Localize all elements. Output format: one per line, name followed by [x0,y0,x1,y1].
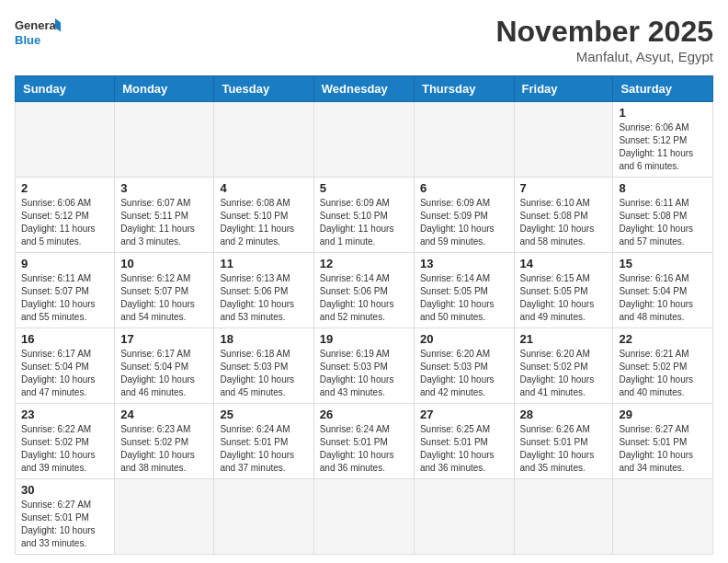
svg-text:Blue: Blue [15,33,40,47]
day-24: 24 Sunrise: 6:23 AM Sunset: 5:02 PM Dayl… [115,404,214,479]
empty-cell [214,102,313,178]
day-6: 6 Sunrise: 6:09 AM Sunset: 5:09 PM Dayli… [414,178,514,253]
day-26: 26 Sunrise: 6:24 AM Sunset: 5:01 PM Dayl… [313,404,414,479]
day-21: 21 Sunrise: 6:20 AM Sunset: 5:02 PM Dayl… [514,328,613,404]
col-saturday: Saturday [613,76,713,102]
calendar-week-2: 2 Sunrise: 6:06 AM Sunset: 5:12 PM Dayli… [16,178,713,253]
svg-text:General: General [15,18,59,32]
day-7: 7 Sunrise: 6:10 AM Sunset: 5:08 PM Dayli… [514,178,613,253]
title-block: November 2025 Manfalut, Asyut, Egypt [495,15,713,64]
day-10: 10 Sunrise: 6:12 AM Sunset: 5:07 PM Dayl… [115,253,214,328]
day-27: 27 Sunrise: 6:25 AM Sunset: 5:01 PM Dayl… [414,404,514,479]
day-3: 3 Sunrise: 6:07 AM Sunset: 5:11 PM Dayli… [115,178,214,253]
empty-cell [115,102,214,178]
page-header: General Blue November 2025 Manfalut, Asy… [15,15,713,64]
day-18: 18 Sunrise: 6:18 AM Sunset: 5:03 PM Dayl… [214,328,313,404]
day-11: 11 Sunrise: 6:13 AM Sunset: 5:06 PM Dayl… [214,253,313,328]
empty-cell [115,479,214,555]
logo: General Blue [15,15,61,55]
day-20: 20 Sunrise: 6:20 AM Sunset: 5:03 PM Dayl… [414,328,514,404]
col-thursday: Thursday [414,76,514,102]
day-1: 1 Sunrise: 6:06 AM Sunset: 5:12 PM Dayli… [613,102,713,178]
col-monday: Monday [115,76,214,102]
day-13: 13 Sunrise: 6:14 AM Sunset: 5:05 PM Dayl… [414,253,514,328]
empty-cell [414,102,514,178]
calendar-week-3: 9 Sunrise: 6:11 AM Sunset: 5:07 PM Dayli… [16,253,713,328]
sunrise-value: 6:06 AM [655,122,689,132]
day-16: 16 Sunrise: 6:17 AM Sunset: 5:04 PM Dayl… [16,328,115,404]
sunrise-label: Sunrise: [619,122,654,132]
empty-cell [514,479,613,555]
day-9: 9 Sunrise: 6:11 AM Sunset: 5:07 PM Dayli… [16,253,115,328]
calendar-week-1: 1 Sunrise: 6:06 AM Sunset: 5:12 PM Dayli… [16,102,713,178]
calendar-table: Sunday Monday Tuesday Wednesday Thursday… [15,75,713,555]
empty-cell [16,102,115,178]
day-2: 2 Sunrise: 6:06 AM Sunset: 5:12 PM Dayli… [16,178,115,253]
day-info: Sunrise: 6:06 AM Sunset: 5:12 PM Dayligh… [619,121,707,173]
calendar-week-6: 30 Sunrise: 6:27 AM Sunset: 5:01 PM Dayl… [16,479,713,555]
day-14: 14 Sunrise: 6:15 AM Sunset: 5:05 PM Dayl… [514,253,613,328]
day-number: 1 [619,106,707,120]
day-info: Sunrise: 6:06 AM Sunset: 5:12 PM Dayligh… [21,197,108,248]
location-subtitle: Manfalut, Asyut, Egypt [495,49,713,64]
day-number: 2 [21,181,108,195]
day-19: 19 Sunrise: 6:19 AM Sunset: 5:03 PM Dayl… [313,328,414,404]
empty-cell [414,479,514,555]
day-15: 15 Sunrise: 6:16 AM Sunset: 5:04 PM Dayl… [613,253,713,328]
day-4: 4 Sunrise: 6:08 AM Sunset: 5:10 PM Dayli… [214,178,313,253]
day-29: 29 Sunrise: 6:27 AM Sunset: 5:01 PM Dayl… [613,404,713,479]
sunset-value: 5:12 PM [653,135,687,145]
empty-cell [313,479,414,555]
weekday-header-row: Sunday Monday Tuesday Wednesday Thursday… [16,76,713,102]
calendar-week-4: 16 Sunrise: 6:17 AM Sunset: 5:04 PM Dayl… [16,328,713,404]
day-25: 25 Sunrise: 6:24 AM Sunset: 5:01 PM Dayl… [214,404,313,479]
col-wednesday: Wednesday [313,76,414,102]
empty-cell [613,479,713,555]
day-12: 12 Sunrise: 6:14 AM Sunset: 5:06 PM Dayl… [313,253,414,328]
logo-icon: General Blue [15,15,61,55]
empty-cell [313,102,414,178]
empty-cell [214,479,313,555]
calendar-week-5: 23 Sunrise: 6:22 AM Sunset: 5:02 PM Dayl… [16,404,713,479]
day-22: 22 Sunrise: 6:21 AM Sunset: 5:02 PM Dayl… [613,328,713,404]
daylight-label: Daylight: [619,148,657,158]
col-tuesday: Tuesday [214,76,313,102]
month-year-title: November 2025 [495,15,713,49]
day-23: 23 Sunrise: 6:22 AM Sunset: 5:02 PM Dayl… [16,404,115,479]
col-friday: Friday [514,76,613,102]
day-17: 17 Sunrise: 6:17 AM Sunset: 5:04 PM Dayl… [115,328,214,404]
empty-cell [514,102,613,178]
sunset-label: Sunset: [619,135,653,145]
day-5: 5 Sunrise: 6:09 AM Sunset: 5:10 PM Dayli… [313,178,414,253]
day-28: 28 Sunrise: 6:26 AM Sunset: 5:01 PM Dayl… [514,404,613,479]
col-sunday: Sunday [16,76,115,102]
day-30: 30 Sunrise: 6:27 AM Sunset: 5:01 PM Dayl… [16,479,115,555]
day-8: 8 Sunrise: 6:11 AM Sunset: 5:08 PM Dayli… [613,178,713,253]
